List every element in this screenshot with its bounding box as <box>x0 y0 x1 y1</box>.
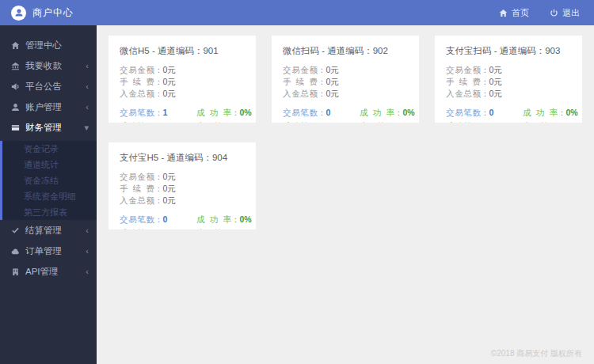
logout-icon <box>550 9 558 17</box>
dashboard-icon <box>11 41 20 50</box>
fail-count: 失败笔数：0 <box>196 226 252 229</box>
channel-card-901: 微信H5 - 通道编码：901 交易金额：0元 手续费：0元 入金总额：0元 交… <box>109 36 256 123</box>
success-count: 成功笔数：0 <box>446 119 523 123</box>
fee-row: 手续费：0元 <box>446 76 571 88</box>
order-icon <box>11 247 20 256</box>
sidebar-item-finance[interactable]: 财务管理 ▾ <box>0 117 97 138</box>
finance-icon <box>11 123 20 132</box>
fail-count: 失败笔数：1 <box>196 119 252 123</box>
user-icon <box>11 103 20 112</box>
sidebar-item-orders[interactable]: 订单管理 ‹ <box>0 241 97 261</box>
amount-row: 交易金额：0元 <box>446 64 571 76</box>
app-title: 商户中心 <box>32 6 74 20</box>
amount-row: 交易金额：0元 <box>120 171 245 183</box>
submenu-item-system-fund-detail[interactable]: 系统资金明细 <box>2 188 97 204</box>
collect-icon <box>11 62 20 70</box>
finance-submenu: 资金记录 通道统计 资金冻结 系统资金明细 第三方报表 <box>0 141 97 220</box>
channel-card-903: 支付宝扫码 - 通道编码：903 交易金额：0元 手续费：0元 入金总额：0元 … <box>435 36 582 123</box>
sidebar-item-announcement[interactable]: 平台公告 ‹ <box>0 76 97 97</box>
success-rate: 成功率：0% <box>523 106 578 119</box>
submenu-item-fund-records[interactable]: 资金记录 <box>2 141 97 157</box>
home-icon <box>499 9 508 17</box>
main-content: 微信H5 - 通道编码：901 交易金额：0元 手续费：0元 入金总额：0元 交… <box>97 25 594 364</box>
chevron-icon: ‹ <box>86 82 89 91</box>
nav-home-label: 首页 <box>512 7 529 19</box>
amount-row: 交易金额：0元 <box>283 64 408 76</box>
sidebar-item-collect[interactable]: 我要收款 ‹ <box>0 55 97 76</box>
trade-count: 交易笔数：0 <box>283 106 360 119</box>
channel-card-902: 微信扫码 - 通道编码：902 交易金额：0元 手续费：0元 入金总额：0元 交… <box>272 36 419 123</box>
chevron-icon: ‹ <box>86 267 89 276</box>
success-rate: 成功率：0% <box>196 213 252 226</box>
submenu-item-channel-stats[interactable]: 通道统计 <box>2 157 97 173</box>
sidebar-item-dashboard[interactable]: 管理中心 <box>0 35 97 55</box>
channel-card-title: 支付宝H5 - 通道编码：904 <box>120 152 245 164</box>
nav-home-link[interactable]: 首页 <box>499 7 529 19</box>
success-count: 成功笔数：0 <box>283 119 360 123</box>
user-avatar-icon <box>11 6 26 21</box>
fee-row: 手续费：0元 <box>120 76 245 88</box>
deposit-row: 入金总额：0元 <box>120 195 245 207</box>
fail-count: 失败笔数：0 <box>523 119 578 123</box>
sidebar-item-api[interactable]: API管理 ‹ <box>0 261 97 282</box>
deposit-row: 入金总额：0元 <box>446 88 571 100</box>
chevron-icon: ‹ <box>86 246 89 256</box>
fee-row: 手续费：0元 <box>283 76 408 88</box>
top-header: 商户中心 首页 退出 <box>0 0 594 25</box>
sidebar: 管理中心 我要收款 ‹ 平台公告 ‹ 账户管理 ‹ <box>0 25 97 364</box>
stats-grid: 交易笔数：0 成功率：0% 成功笔数：0 失败笔数：0 <box>446 106 571 123</box>
announcement-icon <box>11 82 20 91</box>
fee-row: 手续费：0元 <box>120 183 245 195</box>
success-count: 成功笔数：0 <box>120 226 196 229</box>
success-rate: 成功率：0% <box>196 106 252 119</box>
trade-count: 交易笔数：0 <box>446 106 523 119</box>
stats-grid: 交易笔数：0 成功率：0% 成功笔数：0 失败笔数：0 <box>283 106 408 123</box>
channel-card-904: 支付宝H5 - 通道编码：904 交易金额：0元 手续费：0元 入金总额：0元 … <box>109 142 256 229</box>
deposit-row: 入金总额：0元 <box>120 88 245 100</box>
trade-count: 交易笔数：1 <box>120 106 196 119</box>
success-rate: 成功率：0% <box>360 106 415 119</box>
fail-count: 失败笔数：0 <box>360 119 415 123</box>
brand: 商户中心 <box>11 6 74 21</box>
header-nav: 首页 退出 <box>499 7 580 19</box>
settlement-icon <box>11 226 20 235</box>
api-icon <box>11 267 20 276</box>
deposit-row: 入金总额：0元 <box>283 88 408 100</box>
stats-grid: 交易笔数：1 成功率：0% 成功笔数：0 失败笔数：1 <box>120 106 245 123</box>
chevron-icon: ‹ <box>86 226 89 235</box>
channel-cards: 微信H5 - 通道编码：901 交易金额：0元 手续费：0元 入金总额：0元 交… <box>109 36 582 229</box>
channel-card-title: 微信扫码 - 通道编码：902 <box>283 45 408 57</box>
nav-logout-link[interactable]: 退出 <box>550 7 580 19</box>
submenu-item-fund-freeze[interactable]: 资金冻结 <box>2 173 97 188</box>
channel-card-title: 支付宝扫码 - 通道编码：903 <box>446 45 571 57</box>
submenu-item-thirdparty-report[interactable]: 第三方报表 <box>2 204 97 220</box>
chevron-down-icon: ▾ <box>84 123 89 133</box>
sidebar-item-settlement[interactable]: 结算管理 ‹ <box>0 220 97 241</box>
stats-grid: 交易笔数：0 成功率：0% 成功笔数：0 失败笔数：0 <box>120 213 245 229</box>
copyright-text: ©2018 商易支付 版权所有 <box>491 348 582 359</box>
sidebar-item-account[interactable]: 账户管理 ‹ <box>0 97 97 117</box>
channel-card-title: 微信H5 - 通道编码：901 <box>120 45 245 57</box>
trade-count: 交易笔数：0 <box>120 213 196 226</box>
success-count: 成功笔数：0 <box>120 119 196 123</box>
chevron-icon: ‹ <box>86 61 89 70</box>
nav-logout-label: 退出 <box>562 7 580 19</box>
chevron-icon: ‹ <box>86 102 89 112</box>
amount-row: 交易金额：0元 <box>120 64 245 76</box>
